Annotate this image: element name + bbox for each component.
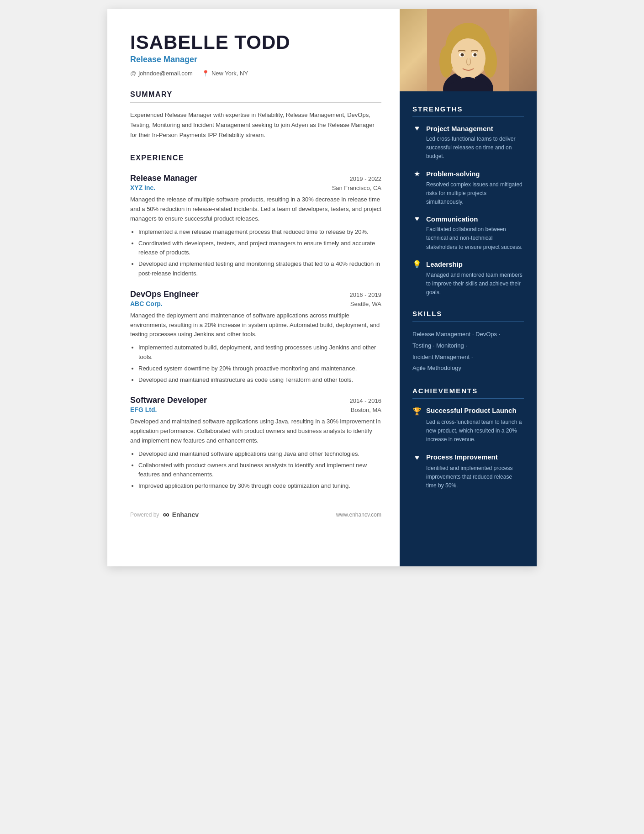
summary-text: Experienced Release Manager with experti… (130, 110, 381, 140)
exp-role-1: Release Manager (130, 174, 197, 183)
photo-container (400, 9, 537, 91)
bullet-2-3: Developed and maintained infrastructure … (138, 375, 381, 385)
strength-name-1: Project Management (426, 125, 493, 132)
powered-by-text: Powered by (130, 512, 159, 518)
contact-info: @ johndoe@email.com 📍 New York, NY (130, 70, 381, 77)
achievements-section: ACHIEVEMENTS 🏆 Successful Product Launch… (412, 387, 524, 490)
exp-entry-1: Release Manager 2019 - 2022 XYZ Inc. San… (130, 174, 381, 278)
exp-bullets-1: Implemented a new release management pro… (130, 227, 381, 279)
bullet-1-3: Developed and implemented testing and mo… (138, 259, 381, 279)
strengths-section: STRENGTHS ♥ Project Management Led cross… (412, 105, 524, 297)
exp-bullets-2: Implemented automated build, deployment,… (130, 343, 381, 385)
exp-header-1: Release Manager 2019 - 2022 (130, 174, 381, 183)
exp-entry-3: Software Developer 2014 - 2016 EFG Ltd. … (130, 396, 381, 491)
skill-line-2: Testing · Monitoring · (412, 342, 467, 349)
strength-header-2: ★ Problem-solving (412, 169, 524, 178)
skill-line-4: Agile Methodology (412, 364, 461, 371)
left-column: ISABELLE TODD Release Manager @ johndoe@… (107, 9, 400, 566)
heart-icon-3: ♥ (412, 454, 422, 462)
experience-title: EXPERIENCE (130, 154, 381, 162)
email-item: @ johndoe@email.com (130, 70, 193, 77)
svg-point-7 (451, 38, 486, 79)
strength-item-4: 💡 Leadership Managed and mentored team m… (412, 260, 524, 297)
right-content: STRENGTHS ♥ Project Management Led cross… (400, 91, 537, 517)
skills-section: SKILLS Release Management · DevOps · Tes… (412, 310, 524, 374)
achievement-name-2: Process Improvement (426, 453, 498, 462)
right-column: STRENGTHS ♥ Project Management Led cross… (400, 9, 537, 566)
achievements-title: ACHIEVEMENTS (412, 387, 524, 395)
achievement-desc-2: Identified and implemented process impro… (412, 464, 524, 491)
exp-subheader-1: XYZ Inc. San Francisco, CA (130, 184, 381, 191)
brand-name: Enhancv (172, 511, 199, 518)
exp-desc-3: Developed and maintained software applic… (130, 417, 381, 445)
bullet-3-1: Developed and maintained software applic… (138, 449, 381, 459)
achievement-name-1: Successful Product Launch (426, 406, 517, 415)
strength-name-4: Leadership (426, 260, 463, 268)
job-title: Release Manager (130, 55, 381, 64)
trophy-icon: 🏆 (412, 407, 422, 416)
resume-container: ISABELLE TODD Release Manager @ johndoe@… (107, 9, 537, 566)
skill-line-3: Incident Management · (412, 354, 473, 360)
exp-role-2: DevOps Engineer (130, 290, 199, 299)
exp-location-1: San Francisco, CA (332, 185, 381, 191)
skills-title: SKILLS (412, 310, 524, 317)
strength-name-3: Communication (426, 215, 478, 223)
summary-divider (130, 102, 381, 103)
exp-dates-3: 2014 - 2016 (350, 397, 381, 404)
email-text: johndoe@email.com (138, 70, 193, 77)
achievement-header-2: ♥ Process Improvement (412, 453, 524, 462)
enhancv-logo: ∞ Enhancv (163, 509, 199, 520)
achievement-desc-1: Led a cross-functional team to launch a … (412, 418, 524, 444)
achievement-item-2: ♥ Process Improvement Identified and imp… (412, 453, 524, 491)
exp-bullets-3: Developed and maintained software applic… (130, 449, 381, 491)
experience-section: EXPERIENCE Release Manager 2019 - 2022 X… (130, 154, 381, 491)
exp-company-2: ABC Corp. (130, 300, 163, 307)
exp-company-3: EFG Ltd. (130, 406, 157, 413)
candidate-photo (400, 9, 537, 91)
summary-title: SUMMARY (130, 90, 381, 99)
skills-text: Release Management · DevOps · Testing · … (412, 329, 524, 374)
bullet-1-2: Coordinated with developers, testers, an… (138, 239, 381, 258)
exp-desc-1: Managed the release of multiple software… (130, 195, 381, 223)
strengths-title: STRENGTHS (412, 105, 524, 113)
experience-divider (130, 166, 381, 166)
bullet-1-1: Implemented a new release management pro… (138, 227, 381, 237)
exp-subheader-3: EFG Ltd. Boston, MA (130, 406, 381, 413)
strength-desc-2: Resolved complex issues and mitigated ri… (412, 180, 524, 207)
heart-icon-2: ♥ (412, 215, 422, 223)
portrait-svg (427, 9, 509, 91)
location-item: 📍 New York, NY (202, 70, 248, 77)
infinity-icon: ∞ (163, 509, 169, 520)
exp-subheader-2: ABC Corp. Seattle, WA (130, 300, 381, 307)
candidate-name: ISABELLE TODD (130, 32, 381, 53)
location-icon: 📍 (202, 70, 209, 77)
website-url: www.enhancv.com (336, 512, 381, 518)
skill-line-1: Release Management · DevOps · (412, 331, 500, 338)
email-icon: @ (130, 70, 136, 77)
exp-entry-2: DevOps Engineer 2016 - 2019 ABC Corp. Se… (130, 290, 381, 385)
strength-desc-4: Managed and mentored team members to imp… (412, 271, 524, 297)
bullet-3-2: Collaborated with product owners and bus… (138, 461, 381, 480)
exp-dates-1: 2019 - 2022 (350, 175, 381, 182)
strength-item-1: ♥ Project Management Led cross-functiona… (412, 124, 524, 161)
exp-header-3: Software Developer 2014 - 2016 (130, 396, 381, 405)
strength-desc-3: Facilitated collaboration between techni… (412, 225, 524, 252)
achievement-header-1: 🏆 Successful Product Launch (412, 406, 524, 416)
exp-location-2: Seattle, WA (350, 301, 381, 307)
exp-role-3: Software Developer (130, 396, 207, 405)
skills-divider (412, 321, 524, 322)
achievements-divider (412, 398, 524, 399)
exp-header-2: DevOps Engineer 2016 - 2019 (130, 290, 381, 299)
strength-item-3: ♥ Communication Facilitated collaboratio… (412, 215, 524, 252)
strength-item-2: ★ Problem-solving Resolved complex issue… (412, 169, 524, 207)
strength-header-3: ♥ Communication (412, 215, 524, 223)
strength-desc-1: Led cross-functional teams to deliver su… (412, 135, 524, 161)
exp-desc-2: Managed the deployment and maintenance o… (130, 311, 381, 339)
strength-header-4: 💡 Leadership (412, 260, 524, 269)
strength-header-1: ♥ Project Management (412, 124, 524, 132)
bullet-2-1: Implemented automated build, deployment,… (138, 343, 381, 362)
summary-section: SUMMARY Experienced Release Manager with… (130, 90, 381, 140)
strength-name-2: Problem-solving (426, 170, 480, 178)
footer: Powered by ∞ Enhancv www.enhancv.com (130, 509, 381, 520)
footer-logo: Powered by ∞ Enhancv (130, 509, 199, 520)
